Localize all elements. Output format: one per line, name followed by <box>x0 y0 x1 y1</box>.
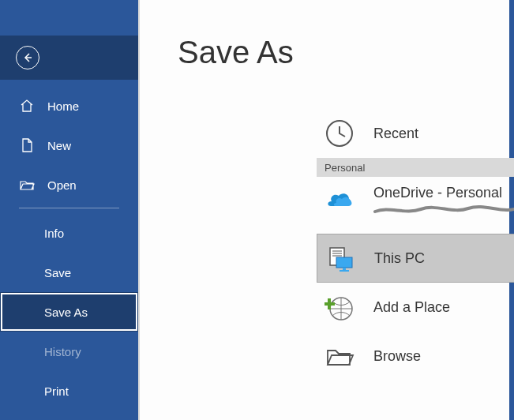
location-add-place[interactable]: Add a Place <box>317 283 514 332</box>
location-browse[interactable]: Browse <box>317 332 514 381</box>
nav-list: Home New Open Info Save Save As History <box>0 80 138 411</box>
nav-print[interactable]: Print <box>0 371 138 411</box>
location-onedrive[interactable]: OneDrive - Personal <box>317 177 514 234</box>
nav-label: Home <box>47 99 79 113</box>
location-label: This PC <box>374 250 425 267</box>
nav-save[interactable]: Save <box>0 253 138 292</box>
open-folder-icon <box>19 177 35 193</box>
page-title: Save As <box>140 0 514 70</box>
nav-open[interactable]: Open <box>0 165 138 204</box>
locations-panel: Recent Personal OneDrive - Personal <box>317 109 514 381</box>
location-this-pc[interactable]: This PC <box>317 234 514 283</box>
home-icon <box>19 98 35 114</box>
nav-label: Open <box>47 178 77 192</box>
this-pc-icon <box>325 243 355 273</box>
onedrive-text-group: OneDrive - Personal <box>373 185 514 216</box>
nav-history[interactable]: History <box>0 332 138 371</box>
svg-rect-6 <box>336 257 352 268</box>
add-place-icon <box>325 292 355 322</box>
location-label: Recent <box>373 126 418 142</box>
nav-divider <box>19 208 119 208</box>
redacted-account-icon <box>373 204 514 216</box>
location-recent[interactable]: Recent <box>317 109 514 158</box>
svg-rect-7 <box>343 268 346 270</box>
onedrive-cloud-icon <box>325 185 355 215</box>
nav-label: Print <box>44 384 69 398</box>
nav-info[interactable]: Info <box>0 213 138 253</box>
new-document-icon <box>19 137 35 153</box>
svg-rect-8 <box>340 270 349 272</box>
nav-label: Save As <box>44 306 88 319</box>
nav-label: History <box>44 345 81 358</box>
nav-label: New <box>47 139 71 152</box>
sidebar-top-spacer <box>0 0 138 36</box>
location-label: Add a Place <box>373 299 450 316</box>
nav-label: Save <box>44 266 71 279</box>
back-button-row[interactable] <box>0 36 138 80</box>
nav-save-as[interactable]: Save As <box>0 292 138 332</box>
location-label: Browse <box>373 348 421 365</box>
nav-home[interactable]: Home <box>0 86 138 126</box>
location-label: OneDrive - Personal <box>373 185 514 201</box>
main-panel: Save As Recent Personal OneDrive - Perso… <box>138 0 514 420</box>
section-header-personal: Personal <box>317 158 514 177</box>
svg-rect-11 <box>325 302 335 306</box>
nav-label: Info <box>44 227 64 240</box>
browse-folder-icon <box>325 341 355 371</box>
clock-icon <box>325 118 355 148</box>
back-arrow-icon <box>16 46 39 69</box>
nav-new[interactable]: New <box>0 126 138 165</box>
backstage-sidebar: Home New Open Info Save Save As History <box>0 0 138 420</box>
